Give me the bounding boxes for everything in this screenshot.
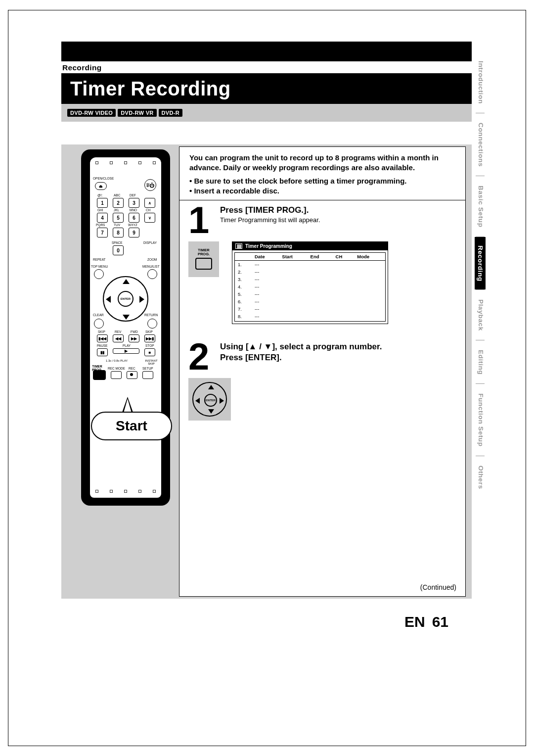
step-2-title-b: Press [ENTER]. xyxy=(220,353,456,363)
step-1-sub: Timer Programming list will appear. xyxy=(220,216,456,224)
enter-button[interactable]: ENTER xyxy=(118,291,134,307)
tab-basic-setup[interactable]: Basic Setup xyxy=(475,176,486,236)
col-mode: Mode xyxy=(354,253,385,261)
col-date: Date xyxy=(252,253,279,261)
tab-playback[interactable]: Playback xyxy=(475,290,486,340)
keypad-3[interactable]: 3 xyxy=(129,198,139,208)
mini-right-icon xyxy=(220,398,224,404)
step-1-title: Press [TIMER PROG.]. xyxy=(220,205,456,215)
mini-timer-prog-label: TIMER PROG. xyxy=(198,248,210,256)
section-label: Recording xyxy=(62,63,101,72)
keypad-7[interactable]: 7 xyxy=(97,228,108,237)
top-menu-button[interactable] xyxy=(94,269,104,279)
content-panel: OPEN/CLOSE ⏏ I/⏻ @!: ABC DEF GHI JKL MNO… xyxy=(61,144,472,599)
rec-mode-button[interactable] xyxy=(111,371,122,379)
step-2-illustration: ENTER xyxy=(188,378,465,421)
key-5-letters: JKL xyxy=(114,209,119,212)
table-row: 6.--- xyxy=(235,298,385,305)
ch-label: CH xyxy=(146,209,150,212)
rev-label: REV xyxy=(115,331,121,334)
page-lang: EN xyxy=(404,614,425,630)
keypad-6[interactable]: 6 xyxy=(129,213,139,223)
table-row: 5.--- xyxy=(235,290,385,298)
table-row: 3.--- xyxy=(235,276,385,283)
power-button[interactable]: I/⏻ xyxy=(144,179,156,191)
key-7-letters: PQRS xyxy=(96,224,105,227)
tab-recording[interactable]: Recording xyxy=(475,237,486,289)
tab-introduction[interactable]: Introduction xyxy=(475,51,486,113)
tab-connections[interactable]: Connections xyxy=(475,113,486,176)
key-8-letters: TUV xyxy=(114,224,120,227)
zoom-label: ZOOM xyxy=(147,258,157,262)
skip-fwd-button[interactable]: ▶▶▮ xyxy=(144,334,155,342)
tab-others[interactable]: Others xyxy=(475,456,486,498)
remote-body: OPEN/CLOSE ⏏ I/⏻ @!: ABC DEF GHI JKL MNO… xyxy=(81,149,170,506)
play-button[interactable]: ▶ xyxy=(113,348,139,354)
table-row: 1.--- xyxy=(235,260,385,268)
start-callout: Start xyxy=(91,412,172,440)
mini-dpad: ENTER xyxy=(188,378,231,421)
intro-lead: You can program the unit to record up to… xyxy=(189,153,455,173)
channel-up-button[interactable]: ∧ xyxy=(144,198,155,208)
mini-left-icon xyxy=(195,398,200,404)
keypad-4[interactable]: 4 xyxy=(97,213,108,223)
key-6-letters: MNO xyxy=(130,209,137,212)
dpad-down-icon xyxy=(123,315,130,320)
fast-fwd-button[interactable]: ▶▶ xyxy=(129,334,139,342)
step-2: 2 Using [▲ / ▼], select a program number… xyxy=(179,337,465,372)
return-button[interactable] xyxy=(147,319,157,329)
top-decorative-strip xyxy=(61,42,472,61)
screen-title: Timer Programming xyxy=(245,243,292,249)
setup-button[interactable] xyxy=(142,371,153,379)
col-ch: CH xyxy=(333,253,355,261)
table-row: 7.--- xyxy=(235,305,385,313)
table-row: 8.--- xyxy=(235,313,385,320)
key-9-letters: WXYZ xyxy=(128,224,137,227)
page-title: Timer Recording xyxy=(70,78,231,100)
keypad-8[interactable]: 8 xyxy=(113,228,124,237)
start-callout-tail xyxy=(122,397,134,414)
menu-list-button[interactable] xyxy=(147,269,157,279)
mini-timer-prog-button: TIMER PROG. xyxy=(188,241,219,277)
repeat-label: REPEAT xyxy=(93,258,106,262)
timer-prog-table: Date Start End CH Mode 1.--- 2.--- 3.---… xyxy=(235,253,385,320)
stop-button[interactable]: ■ xyxy=(144,348,155,356)
mini-enter-button: ENTER xyxy=(204,394,217,407)
clear-label: CLEAR xyxy=(93,314,104,317)
intro-bullet: Insert a recordable disc. xyxy=(189,186,455,196)
pause-button[interactable]: ▮▮ xyxy=(97,348,108,356)
mini-up-icon xyxy=(208,385,214,389)
rewind-button[interactable]: ◀◀ xyxy=(113,334,124,342)
remote-illustration: OPEN/CLOSE ⏏ I/⏻ @!: ABC DEF GHI JKL MNO… xyxy=(81,149,170,506)
open-close-button[interactable]: ⏏ xyxy=(95,182,107,190)
clear-button[interactable] xyxy=(94,319,104,329)
keypad-5[interactable]: 5 xyxy=(113,213,124,223)
continued-label: (Continued) xyxy=(420,583,456,591)
calendar-icon: ▤ xyxy=(235,243,242,249)
fwd-label: FWD xyxy=(131,331,138,334)
play-label: PLAY xyxy=(123,344,131,348)
timer-prog-button[interactable] xyxy=(93,370,106,380)
tab-function-setup[interactable]: Function Setup xyxy=(475,384,486,456)
skip-label-r: SKIP xyxy=(145,331,153,334)
keypad-2[interactable]: 2 xyxy=(113,198,124,208)
display-label: DISPLAY xyxy=(143,241,157,245)
setup-label: SETUP xyxy=(142,367,153,371)
skip-back-button[interactable]: ▮◀◀ xyxy=(97,334,108,342)
col-start: Start xyxy=(279,253,307,261)
keypad-0[interactable]: 0 xyxy=(113,245,124,255)
keypad-9[interactable]: 9 xyxy=(129,228,139,237)
tab-editing[interactable]: Editing xyxy=(475,340,486,383)
dpad-up-icon xyxy=(123,279,130,284)
channel-down-button[interactable]: ∨ xyxy=(144,213,155,223)
rec-label: REC xyxy=(129,367,135,371)
instant-skip-label: INSTANT SKIP xyxy=(141,359,161,365)
disc-tag: DVD-R xyxy=(159,109,182,117)
intro-bullet: Be sure to set the clock before setting … xyxy=(189,176,455,186)
start-callout-label: Start xyxy=(116,418,147,434)
keypad-1[interactable]: 1 xyxy=(97,198,108,208)
skip-label-l: SKIP xyxy=(98,331,105,334)
mini-down-icon xyxy=(208,409,214,414)
mini-timer-prog-btn-shape xyxy=(195,258,212,270)
dpad-left-icon xyxy=(106,296,111,303)
